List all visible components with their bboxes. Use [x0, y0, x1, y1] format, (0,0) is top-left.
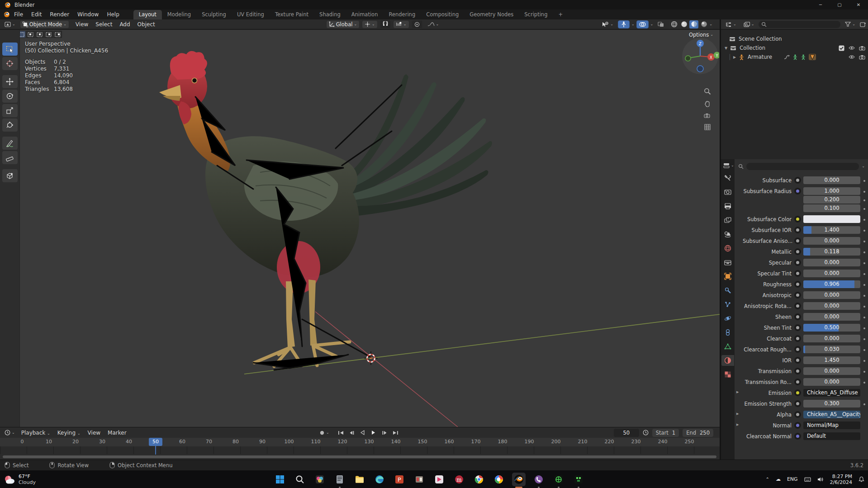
properties-editor-button[interactable]: ⌄	[722, 161, 735, 170]
properties-tab-scene[interactable]	[721, 229, 734, 240]
add-workspace-button[interactable]: +	[553, 10, 568, 19]
taskbar-app-start[interactable]	[273, 473, 287, 486]
expand-arrow-icon[interactable]: ▶	[736, 422, 743, 426]
value-field[interactable]: 0.500	[803, 324, 860, 332]
tab-modeling[interactable]: Modeling	[162, 10, 196, 19]
value-field[interactable]: Default	[803, 432, 860, 440]
node-socket-icon[interactable]	[794, 433, 801, 440]
value-field[interactable]: 0.000	[803, 302, 860, 310]
taskbar-app-viber[interactable]	[532, 473, 545, 486]
scene-collection-label[interactable]: Scene Collection	[739, 36, 782, 42]
color-swatch[interactable]	[803, 215, 860, 223]
properties-tab-output[interactable]	[721, 201, 734, 212]
taskbar-app-office-app[interactable]	[413, 473, 426, 486]
taskbar-app-google-app[interactable]	[492, 473, 506, 486]
snap-settings[interactable]: ⌄	[393, 20, 409, 28]
weather-widget[interactable]: 67°F Cloudy	[4, 474, 36, 485]
xray-toggle[interactable]	[655, 20, 667, 28]
tool-scale[interactable]	[2, 104, 18, 117]
node-socket-icon[interactable]	[794, 379, 801, 385]
timeline-menu-marker[interactable]: Marker	[104, 430, 130, 436]
tab-texture-paint[interactable]: Texture Paint	[270, 10, 314, 19]
value-field[interactable]: 0.200	[803, 196, 860, 204]
node-socket-icon[interactable]	[794, 422, 801, 429]
node-socket-icon[interactable]	[794, 324, 801, 331]
value-field[interactable]: Chicken_A5__Opacity....	[803, 411, 860, 418]
tool-select-box[interactable]	[2, 43, 18, 56]
eye-icon[interactable]	[849, 46, 855, 50]
outliner-display-mode[interactable]: ⌄	[741, 20, 757, 28]
armature-data-icon[interactable]	[809, 54, 816, 60]
keyframe-dot[interactable]	[863, 306, 865, 308]
menu-render[interactable]: Render	[46, 10, 73, 19]
node-socket-icon[interactable]	[794, 400, 801, 407]
tab-shading[interactable]: Shading	[314, 10, 346, 19]
value-field[interactable]: 0.000	[803, 259, 860, 266]
tab-animation[interactable]: Animation	[346, 10, 384, 19]
prev-keyframe-button[interactable]	[347, 429, 356, 437]
overlays-dropdown[interactable]: ⌄	[650, 23, 654, 26]
language-indicator[interactable]: ENG	[787, 476, 798, 482]
viewport-menu-view[interactable]: View	[72, 21, 92, 28]
select-mode-intersect[interactable]	[53, 31, 62, 38]
play-button[interactable]	[369, 429, 378, 437]
tool-annotate[interactable]	[2, 137, 18, 150]
value-field[interactable]: 0.300	[803, 400, 860, 407]
taskbar-app-notepad[interactable]	[333, 473, 346, 486]
keyframe-dot[interactable]	[863, 382, 865, 384]
properties-tab-view-layer[interactable]	[721, 215, 734, 226]
tool-cursor[interactable]	[2, 57, 18, 70]
node-socket-icon[interactable]	[794, 411, 801, 418]
keyframe-dot[interactable]	[863, 251, 865, 253]
keyframe-dot[interactable]	[863, 230, 865, 232]
value-field[interactable]: 0.000	[803, 335, 860, 342]
tool-measure[interactable]	[2, 151, 18, 164]
maximize-button[interactable]: ▢	[830, 0, 849, 9]
viewport-menu-add[interactable]: Add	[116, 21, 133, 28]
keyframe-dot[interactable]	[863, 349, 865, 351]
timeline-menu-playback[interactable]: Playback ⌄	[18, 430, 54, 436]
keyframe-dot[interactable]	[863, 191, 865, 193]
outliner-search-input[interactable]	[759, 21, 840, 28]
tab-geometry-nodes[interactable]: Geometry Nodes	[464, 10, 519, 19]
expand-arrow-icon[interactable]: ▼	[725, 46, 727, 50]
value-field[interactable]: 0.000	[803, 313, 860, 321]
armature-label[interactable]: Armature	[748, 54, 772, 60]
taskbar-app-blender[interactable]	[512, 473, 526, 486]
node-socket-icon[interactable]	[794, 335, 801, 342]
toggle-ortho-icon[interactable]	[704, 123, 711, 131]
value-field[interactable]: Chicken_A5_Diffuse	[803, 389, 860, 397]
camera-render-icon[interactable]	[859, 46, 865, 51]
new-collection-icon[interactable]	[860, 22, 866, 27]
properties-tab-material[interactable]	[721, 355, 734, 366]
properties-tab-world[interactable]	[721, 243, 734, 254]
keyframe-dot[interactable]	[863, 403, 865, 405]
node-socket-icon[interactable]	[794, 188, 801, 194]
value-field[interactable]: 0.000	[803, 237, 860, 245]
value-field[interactable]: 0.000	[803, 291, 860, 299]
menu-help[interactable]: Help	[103, 10, 123, 19]
mode-selector[interactable]: Object Mode ⌄	[20, 20, 69, 28]
taskbar-app-search[interactable]	[293, 473, 307, 486]
select-mode-invert[interactable]	[44, 31, 53, 38]
node-socket-icon[interactable]	[794, 177, 801, 184]
taskbar-app-photos[interactable]	[313, 473, 327, 486]
snap-toggle[interactable]	[380, 20, 391, 28]
menu-file[interactable]: File	[10, 10, 27, 19]
minimize-button[interactable]: ─	[811, 0, 830, 9]
timeline-track-area[interactable]	[0, 446, 720, 454]
tool-transform[interactable]	[2, 118, 18, 132]
properties-tab-modifiers[interactable]	[721, 285, 734, 296]
properties-tab-texture[interactable]	[721, 369, 734, 380]
node-socket-icon[interactable]	[794, 281, 801, 288]
keyframe-dot[interactable]	[863, 241, 865, 242]
pan-hand-icon[interactable]	[704, 100, 711, 108]
next-keyframe-button[interactable]	[380, 429, 389, 437]
properties-tab-constraints[interactable]	[721, 327, 734, 338]
outliner-row-scene-collection[interactable]: Scene Collection	[721, 34, 868, 43]
keyframe-dot[interactable]	[863, 338, 865, 340]
node-socket-icon[interactable]	[794, 248, 801, 255]
frame-start-field[interactable]: Start1	[652, 429, 679, 437]
taskbar-app-edge[interactable]	[373, 473, 386, 486]
properties-options-dropdown[interactable]: ⌄	[862, 165, 865, 168]
